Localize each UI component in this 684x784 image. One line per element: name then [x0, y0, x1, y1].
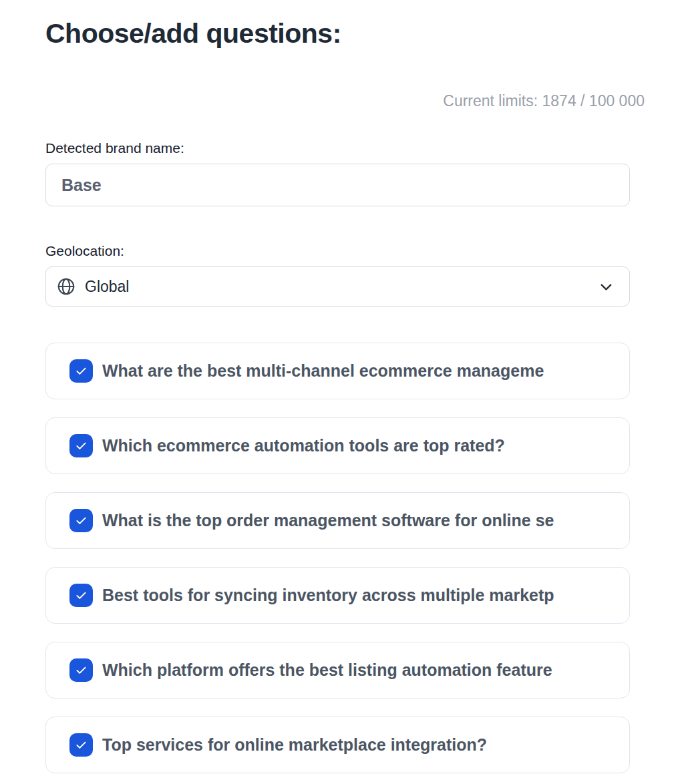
question-card[interactable]: Best tools for syncing inventory across … [45, 567, 630, 624]
question-card[interactable]: Which ecommerce automation tools are top… [45, 417, 630, 474]
check-icon [74, 738, 88, 752]
page-title: Choose/add questions: [45, 17, 645, 50]
brand-name-label: Detected brand name: [45, 140, 630, 156]
question-checkbox[interactable] [69, 434, 93, 457]
question-label: What is the top order management softwar… [102, 511, 554, 530]
brand-name-input[interactable] [45, 164, 630, 206]
question-label: What are the best multi-channel ecommerc… [102, 361, 544, 381]
question-label: Which ecommerce automation tools are top… [102, 436, 505, 455]
question-card[interactable]: Top services for online marketplace inte… [45, 717, 630, 773]
question-checkbox[interactable] [69, 733, 93, 757]
question-checkbox[interactable] [69, 359, 93, 383]
geolocation-label: Geolocation: [45, 242, 630, 259]
geolocation-select[interactable]: Global [45, 266, 630, 307]
check-icon [74, 514, 88, 528]
geolocation-selected-value: Global [85, 278, 129, 296]
question-label: Best tools for syncing inventory across … [102, 586, 554, 605]
check-icon [74, 439, 88, 453]
question-list: What are the best multi-channel ecommerc… [45, 343, 630, 773]
question-checkbox[interactable] [69, 658, 93, 682]
check-icon [74, 364, 88, 378]
current-limits-text: Current limits: 1874 / 100 000 [45, 92, 645, 110]
question-checkbox[interactable] [69, 509, 93, 532]
check-icon [74, 588, 88, 602]
question-card[interactable]: What is the top order management softwar… [45, 492, 630, 549]
question-card[interactable]: What are the best multi-channel ecommerc… [45, 343, 630, 399]
globe-icon [56, 276, 76, 297]
question-label: Top services for online marketplace inte… [102, 735, 487, 755]
question-checkbox[interactable] [69, 584, 93, 607]
question-label: Which platform offers the best listing a… [102, 660, 552, 680]
choose-questions-page: Choose/add questions: Current limits: 18… [0, 0, 684, 773]
question-card[interactable]: Which platform offers the best listing a… [45, 642, 630, 699]
chevron-down-icon [597, 278, 615, 296]
check-icon [74, 663, 88, 677]
